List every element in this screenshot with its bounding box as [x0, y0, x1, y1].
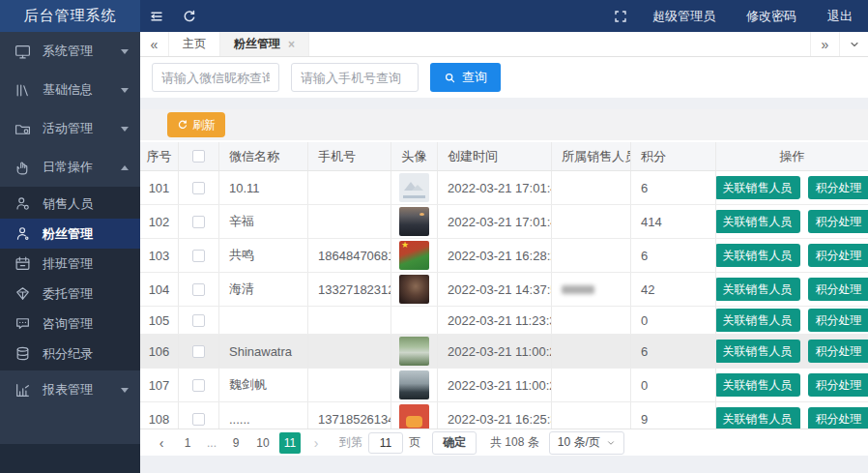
cell-select: [179, 402, 219, 429]
page-number-11[interactable]: 11: [279, 432, 301, 454]
database-icon: [14, 345, 31, 362]
cell-phone: [308, 369, 391, 401]
tab-scroll-right-icon[interactable]: »: [810, 32, 839, 56]
sidebar-item-fans[interactable]: 粉丝管理: [0, 219, 140, 249]
sidebar-item-consult[interactable]: 咨询管理: [0, 309, 140, 339]
caret-down-icon: [121, 127, 129, 132]
page-number-1[interactable]: 1: [177, 432, 198, 454]
table-toolbar: 刷新: [140, 109, 868, 142]
query-button[interactable]: 查询: [430, 63, 501, 92]
cell-phone: [308, 307, 391, 334]
avatar: [399, 275, 429, 304]
goto-page-input[interactable]: [368, 432, 403, 454]
change-password-link[interactable]: 修改密码: [731, 8, 812, 25]
page-number-9[interactable]: 9: [225, 432, 246, 454]
confirm-page-button[interactable]: 确定: [432, 431, 477, 455]
sidebar-item-report[interactable]: 报表管理: [0, 370, 140, 409]
fans-table-card: 刷新 序号 微信名称 手机号 头像 创建时间 所属销售人员 积分 操作 1011…: [140, 109, 868, 456]
sidebar-item-basic[interactable]: 基础信息: [0, 71, 140, 109]
sidebar-item-sales[interactable]: 销售人员: [0, 189, 140, 219]
sidebar-item-entrust[interactable]: 委托管理: [0, 279, 140, 309]
sidebar-item-points[interactable]: 积分纪录: [0, 339, 140, 369]
link-sales-button[interactable]: 关联销售人员: [716, 278, 800, 301]
pagination-bar: ‹ 1...91011 › 到第 页 确定 共 108 条 10 条/页: [140, 429, 868, 456]
cell-index: 106: [140, 335, 179, 368]
logout-link[interactable]: 退出: [812, 8, 868, 25]
select-all-checkbox[interactable]: [192, 150, 205, 163]
page-ellipsis: ...: [204, 436, 219, 450]
cell-select: [179, 369, 219, 401]
cell-wechat-name: ......: [219, 402, 308, 429]
link-sales-button[interactable]: 关联销售人员: [716, 176, 800, 199]
refresh-icon[interactable]: [173, 0, 206, 32]
cell-sales-person: [552, 402, 631, 429]
tab-fans-management[interactable]: 粉丝管理 ×: [220, 32, 309, 56]
row-checkbox[interactable]: [192, 250, 205, 262]
fullscreen-icon[interactable]: [604, 0, 637, 32]
link-sales-button[interactable]: 关联销售人员: [716, 309, 800, 332]
cell-index: 108: [140, 402, 179, 429]
table-row: 108......137185261342022-03-21 16:25:349…: [140, 402, 868, 429]
tab-scroll-left-icon[interactable]: «: [140, 32, 169, 56]
points-handle-button[interactable]: 积分处理: [808, 309, 868, 332]
row-checkbox[interactable]: [192, 182, 205, 194]
cell-select: [179, 239, 219, 272]
nickname-search-input[interactable]: [152, 63, 279, 92]
tab-home[interactable]: 主页: [169, 32, 220, 56]
next-page-icon[interactable]: ›: [306, 435, 326, 451]
cell-avatar: [391, 402, 438, 429]
link-sales-button[interactable]: 关联销售人员: [716, 210, 800, 233]
points-handle-button[interactable]: 积分处理: [808, 340, 868, 363]
row-checkbox[interactable]: [192, 413, 205, 426]
row-checkbox[interactable]: [192, 283, 205, 296]
sidebar-item-system[interactable]: 系统管理: [0, 32, 140, 71]
row-checkbox[interactable]: [192, 314, 205, 327]
current-user-label: 超级管理员: [637, 8, 731, 25]
points-handle-button[interactable]: 积分处理: [808, 176, 868, 199]
link-sales-button[interactable]: 关联销售人员: [716, 244, 800, 267]
page-number-10[interactable]: 10: [252, 432, 274, 454]
phone-search-input[interactable]: [291, 63, 419, 92]
table-row: 103共鸣186484706812022-03-21 16:28:296关联销售…: [140, 239, 868, 273]
cell-sales-person: [552, 307, 631, 334]
points-handle-button[interactable]: 积分处理: [808, 373, 868, 397]
table-row: 10110.112022-03-21 17:01:416关联销售人员积分处理: [140, 171, 868, 205]
cell-sales-person: [552, 239, 631, 272]
cell-phone: [308, 205, 391, 238]
avatar: [399, 404, 429, 429]
sidebar-item-label: 咨询管理: [43, 315, 93, 333]
sidebar-item-daily[interactable]: 日常操作: [0, 148, 140, 187]
points-handle-button[interactable]: 积分处理: [808, 244, 868, 267]
cell-wechat-name: Shinawatra: [219, 335, 308, 368]
page-size-select[interactable]: 10 条/页: [549, 431, 624, 455]
tab-menu-chevron-down-icon[interactable]: [839, 32, 868, 56]
search-panel: 查询: [140, 57, 868, 98]
cell-operations: 关联销售人员积分处理: [716, 335, 868, 368]
cell-index: 103: [140, 239, 179, 272]
tab-label: 主页: [183, 36, 206, 52]
cell-avatar: [391, 307, 438, 334]
row-checkbox[interactable]: [192, 345, 205, 358]
cell-operations: 关联销售人员积分处理: [716, 205, 868, 238]
refresh-button[interactable]: 刷新: [167, 112, 225, 137]
points-handle-button[interactable]: 积分处理: [808, 210, 868, 233]
row-checkbox[interactable]: [192, 379, 205, 392]
cell-phone: 13718526134: [308, 402, 391, 429]
sidebar-item-activity[interactable]: 活动管理: [0, 109, 140, 148]
cell-avatar: [391, 335, 438, 368]
points-handle-button[interactable]: 积分处理: [808, 407, 868, 429]
link-sales-button[interactable]: 关联销售人员: [716, 340, 800, 363]
link-sales-button[interactable]: 关联销售人员: [716, 373, 800, 397]
topbar: 后台管理系统 超级管理员 修改密码 退出: [0, 0, 868, 32]
sidebar-collapse-icon[interactable]: [140, 0, 173, 32]
sidebar: 系统管理基础信息活动管理日常操作销售人员粉丝管理排班管理委托管理咨询管理积分纪录…: [0, 32, 140, 473]
points-handle-button[interactable]: 积分处理: [808, 278, 868, 301]
prev-page-icon[interactable]: ‹: [152, 435, 171, 451]
table-body: 10110.112022-03-21 17:01:416关联销售人员积分处理10…: [140, 171, 868, 429]
sidebar-item-schedule[interactable]: 排班管理: [0, 249, 140, 279]
tab-close-icon[interactable]: ×: [288, 38, 295, 51]
link-sales-button[interactable]: 关联销售人员: [716, 407, 800, 429]
avatar: [399, 370, 429, 399]
row-checkbox[interactable]: [192, 216, 205, 228]
sidebar-item-label: 活动管理: [43, 120, 121, 137]
